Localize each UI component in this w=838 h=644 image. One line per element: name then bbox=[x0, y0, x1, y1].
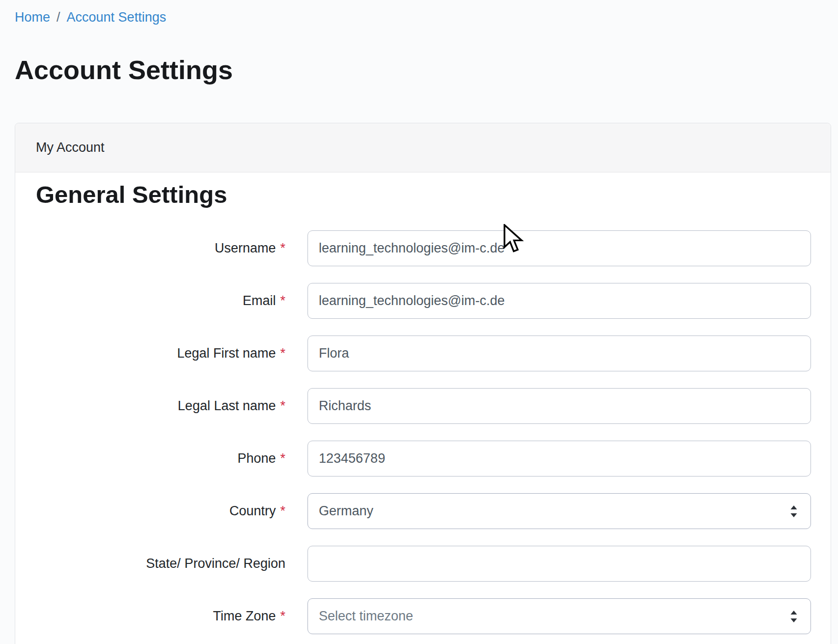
country-required-marker: * bbox=[280, 504, 285, 518]
username-label: Username* bbox=[36, 241, 307, 256]
form-row-phone: Phone* bbox=[36, 441, 811, 476]
timezone-label: Time Zone* bbox=[36, 609, 307, 624]
state-input-col bbox=[307, 546, 811, 582]
card-header-title: My Account bbox=[36, 140, 105, 155]
general-settings-form: Username*Email*Legal First name*Legal La… bbox=[36, 230, 811, 634]
timezone-input-col: Select timezone bbox=[307, 598, 811, 634]
username-input-col bbox=[307, 230, 811, 266]
legal-last-name-required-marker: * bbox=[280, 398, 285, 413]
state-input[interactable] bbox=[307, 546, 811, 582]
legal-first-name-input[interactable] bbox=[307, 336, 811, 371]
username-label-text: Username bbox=[215, 241, 276, 255]
form-row-username: Username* bbox=[36, 230, 811, 266]
phone-required-marker: * bbox=[280, 451, 285, 466]
legal-last-name-label-text: Legal Last name bbox=[178, 398, 276, 413]
timezone-required-marker: * bbox=[280, 609, 285, 623]
form-row-email: Email* bbox=[36, 283, 811, 319]
phone-label-text: Phone bbox=[237, 451, 276, 466]
form-row-legal-first-name: Legal First name* bbox=[36, 336, 811, 371]
username-required-marker: * bbox=[280, 241, 285, 255]
timezone-label-text: Time Zone bbox=[213, 609, 276, 623]
phone-label: Phone* bbox=[36, 451, 307, 466]
timezone-select[interactable]: Select timezone bbox=[307, 598, 811, 634]
email-input-col bbox=[307, 283, 811, 319]
breadcrumb-separator: / bbox=[56, 10, 60, 25]
form-row-country: Country*Germany bbox=[36, 493, 811, 529]
form-row-legal-last-name: Legal Last name* bbox=[36, 388, 811, 424]
page-title: Account Settings bbox=[15, 54, 838, 85]
legal-last-name-label: Legal Last name* bbox=[36, 398, 307, 414]
country-label: Country* bbox=[36, 504, 307, 519]
country-input-col: Germany bbox=[307, 493, 811, 529]
legal-first-name-required-marker: * bbox=[280, 346, 285, 361]
email-label: Email* bbox=[36, 293, 307, 308]
state-label: State/ Province/ Region bbox=[36, 556, 307, 571]
form-row-timezone: Time Zone*Select timezone bbox=[36, 598, 811, 634]
breadcrumb-account-settings-link[interactable]: Account Settings bbox=[67, 10, 167, 25]
email-required-marker: * bbox=[280, 293, 285, 308]
breadcrumb-home-link[interactable]: Home bbox=[15, 10, 50, 25]
section-title: General Settings bbox=[36, 181, 811, 208]
phone-input[interactable] bbox=[307, 441, 811, 476]
my-account-card: My Account General Settings Username*Ema… bbox=[15, 123, 831, 644]
country-unfold-more-icon bbox=[789, 504, 799, 519]
country-label-text: Country bbox=[229, 504, 276, 518]
username-input[interactable] bbox=[307, 230, 811, 266]
timezone-unfold-more-icon bbox=[789, 609, 799, 624]
form-row-state: State/ Province/ Region bbox=[36, 546, 811, 582]
country-selected-value: Germany bbox=[319, 504, 373, 519]
legal-first-name-input-col bbox=[307, 336, 811, 371]
legal-last-name-input[interactable] bbox=[307, 388, 811, 424]
card-body: General Settings Username*Email*Legal Fi… bbox=[15, 172, 831, 634]
legal-first-name-label: Legal First name* bbox=[36, 346, 307, 361]
state-label-text: State/ Province/ Region bbox=[146, 556, 285, 571]
email-input[interactable] bbox=[307, 283, 811, 319]
country-select[interactable]: Germany bbox=[307, 493, 811, 529]
card-header: My Account bbox=[15, 123, 831, 172]
email-label-text: Email bbox=[243, 293, 276, 308]
legal-last-name-input-col bbox=[307, 388, 811, 424]
phone-input-col bbox=[307, 441, 811, 476]
legal-first-name-label-text: Legal First name bbox=[177, 346, 276, 361]
breadcrumb: Home/Account Settings bbox=[0, 0, 838, 26]
timezone-selected-value: Select timezone bbox=[319, 609, 413, 624]
